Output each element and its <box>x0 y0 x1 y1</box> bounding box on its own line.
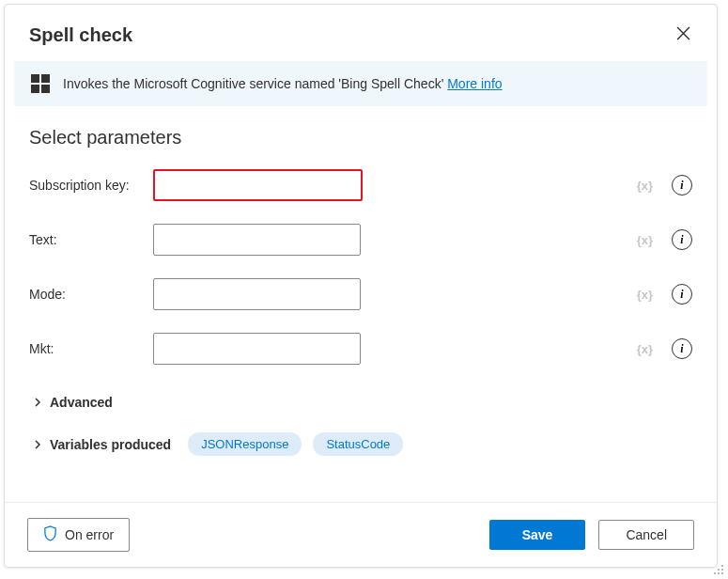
input-wrap: {x} <box>153 333 660 365</box>
on-error-label: On error <box>65 527 114 542</box>
variable-chip-json[interactable]: JSONResponse <box>188 432 302 456</box>
param-row-subscription-key: Subscription key: {x} i <box>29 169 692 201</box>
dialog-title: Spell check <box>29 24 132 46</box>
dialog-body: Select parameters Subscription key: {x} … <box>5 106 717 502</box>
variables-label: Variables produced <box>50 437 171 452</box>
info-button[interactable]: i <box>672 338 692 359</box>
info-button[interactable]: i <box>672 284 692 305</box>
advanced-label: Advanced <box>50 395 113 410</box>
svg-point-3 <box>714 572 716 574</box>
variable-chip-status[interactable]: StatusCode <box>313 432 403 456</box>
param-row-text: Text: {x} i <box>29 224 692 256</box>
info-button[interactable]: i <box>672 175 692 196</box>
svg-point-2 <box>721 569 723 571</box>
svg-point-0 <box>721 565 723 567</box>
input-wrap: {x} <box>153 169 660 201</box>
variable-icon: {x} <box>637 233 653 247</box>
svg-point-5 <box>721 572 723 574</box>
cancel-button[interactable]: Cancel <box>598 520 694 550</box>
close-button[interactable] <box>670 22 696 48</box>
text-input[interactable] <box>153 224 361 256</box>
param-row-mode: Mode: {x} i <box>29 278 692 310</box>
input-wrap: {x} <box>153 278 660 310</box>
close-icon <box>676 26 690 43</box>
mode-input[interactable] <box>153 278 361 310</box>
shield-icon <box>43 525 57 544</box>
spell-check-dialog: Spell check Invokes the Microsoft Cognit… <box>4 4 718 568</box>
param-label: Mode: <box>29 287 142 302</box>
variable-icon: {x} <box>637 179 653 193</box>
more-info-link[interactable]: More info <box>447 76 502 91</box>
variable-icon: {x} <box>637 342 653 356</box>
variable-icon: {x} <box>637 288 653 302</box>
dialog-footer: On error Save Cancel <box>5 502 717 567</box>
info-button[interactable]: i <box>672 229 692 250</box>
info-banner: Invokes the Microsoft Cognitive service … <box>14 61 707 106</box>
input-wrap: {x} <box>153 224 660 256</box>
advanced-expander[interactable]: Advanced <box>33 387 692 417</box>
variable-chips: JSONResponse StatusCode <box>188 432 403 456</box>
section-title: Select parameters <box>29 127 692 149</box>
variables-expander[interactable]: Variables produced JSONResponse StatusCo… <box>33 425 692 463</box>
subscription-key-input[interactable] <box>153 169 363 201</box>
mkt-input[interactable] <box>153 333 361 365</box>
on-error-button[interactable]: On error <box>27 518 130 552</box>
banner-text: Invokes the Microsoft Cognitive service … <box>63 76 503 91</box>
svg-point-4 <box>718 572 720 574</box>
chevron-right-icon <box>33 440 42 449</box>
dialog-header: Spell check <box>5 5 717 61</box>
param-label: Mkt: <box>29 341 142 356</box>
chevron-right-icon <box>33 398 42 407</box>
param-row-mkt: Mkt: {x} i <box>29 333 692 365</box>
grid-icon <box>31 74 50 93</box>
param-label: Text: <box>29 232 142 247</box>
svg-point-1 <box>718 569 720 571</box>
save-button[interactable]: Save <box>489 520 586 550</box>
banner-description: Invokes the Microsoft Cognitive service … <box>63 76 447 91</box>
resize-grip-icon[interactable] <box>712 563 725 576</box>
param-label: Subscription key: <box>29 178 142 193</box>
